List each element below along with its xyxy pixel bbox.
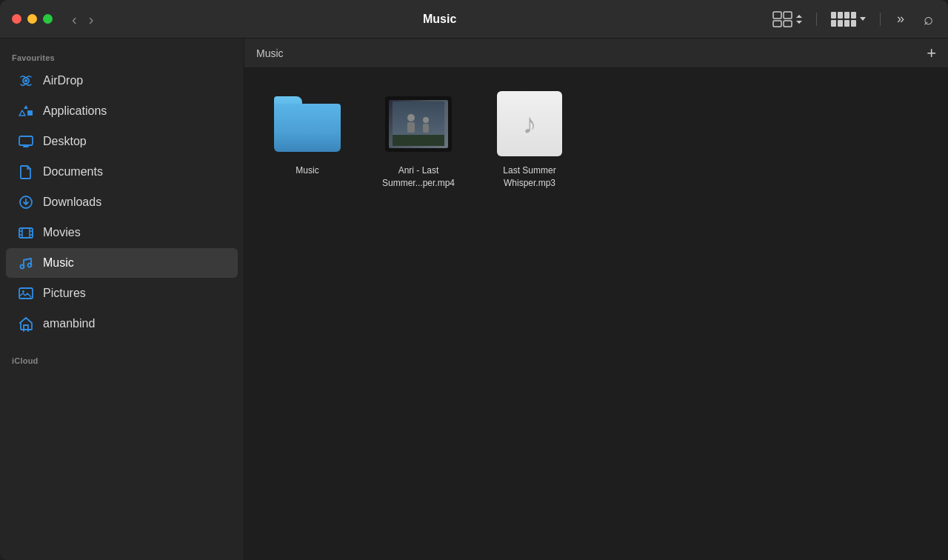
minimize-button[interactable] <box>27 14 37 24</box>
svg-rect-9 <box>838 20 843 27</box>
downloads-label: Downloads <box>43 196 101 209</box>
applications-icon <box>18 103 34 119</box>
music-label: Music <box>43 256 74 270</box>
icloud-label: iCloud <box>0 350 244 368</box>
content-body: Music <box>244 68 948 560</box>
video-thumb-inner <box>389 100 448 148</box>
svg-rect-1 <box>784 12 792 19</box>
content-header-title: Music <box>256 47 927 59</box>
window-title: Music <box>423 13 456 26</box>
svg-point-29 <box>22 290 24 293</box>
toolbar-divider-2 <box>880 13 881 26</box>
file-item-last-summer-mp3[interactable]: ♪ Last Summer Whisper.mp3 <box>489 90 570 190</box>
svg-rect-3 <box>784 21 792 27</box>
pictures-icon <box>18 285 34 301</box>
documents-icon <box>18 164 34 180</box>
more-button[interactable]: » <box>894 10 907 28</box>
svg-rect-10 <box>844 20 849 27</box>
downloads-icon <box>18 194 34 210</box>
airdrop-icon <box>18 73 34 89</box>
file-name-anri-video: Anri - Last Summer...per.mp4 <box>378 164 459 190</box>
close-button[interactable] <box>12 14 21 24</box>
file-item-anri-video[interactable]: Anri - Last Summer...per.mp4 <box>378 90 459 190</box>
content-header: Music + <box>244 39 948 68</box>
svg-point-13 <box>24 79 27 82</box>
svg-rect-6 <box>844 12 849 19</box>
sidebar-item-applications[interactable]: Applications <box>6 96 238 126</box>
svg-rect-5 <box>838 12 843 19</box>
title-center: Music <box>107 13 772 26</box>
sidebar-item-amanbind[interactable]: amanbind <box>6 309 238 339</box>
more-icon: » <box>897 11 904 26</box>
video-icon-wrapper <box>385 90 452 157</box>
main-layout: Favourites AirDrop <box>0 39 948 560</box>
svg-point-32 <box>407 114 415 121</box>
svg-rect-4 <box>831 12 836 19</box>
svg-rect-15 <box>19 136 33 145</box>
window-controls <box>12 14 53 24</box>
video-thumbnail <box>385 96 452 152</box>
search-button[interactable]: ⌕ <box>921 8 936 30</box>
amanbind-label: amanbind <box>43 317 95 330</box>
movies-icon <box>18 224 34 241</box>
favourites-label: Favourites <box>0 47 244 65</box>
content-area: Music + Music <box>244 39 948 560</box>
chevron-updown-icon <box>795 14 803 24</box>
folder-icon-wrapper <box>274 90 341 157</box>
video-content-icon <box>393 101 444 146</box>
audio-icon-wrapper: ♪ <box>496 90 563 157</box>
sidebar-item-airdrop[interactable]: AirDrop <box>6 66 238 96</box>
music-icon <box>18 255 34 271</box>
svg-point-26 <box>21 265 24 269</box>
title-bar: ‹ › Music <box>0 0 948 39</box>
sidebar-item-music[interactable]: Music <box>6 248 238 278</box>
pictures-label: Pictures <box>43 287 86 300</box>
maximize-button[interactable] <box>43 14 53 24</box>
music-note-icon: ♪ <box>523 108 537 140</box>
toolbar-divider <box>816 13 817 26</box>
file-name-last-summer: Last Summer Whisper.mp3 <box>489 164 570 190</box>
file-name-music-folder: Music <box>296 164 318 177</box>
chevron-down-icon <box>859 14 867 24</box>
airdrop-label: AirDrop <box>43 74 83 87</box>
svg-rect-0 <box>773 12 781 19</box>
svg-point-34 <box>423 117 429 123</box>
search-icon: ⌕ <box>924 10 933 28</box>
grid-icon <box>772 11 793 27</box>
desktop-label: Desktop <box>43 135 87 148</box>
desktop-icon <box>18 133 34 150</box>
toolbar-right: » ⌕ <box>772 8 936 30</box>
documents-label: Documents <box>43 165 103 179</box>
svg-rect-14 <box>27 110 33 116</box>
svg-rect-8 <box>831 20 836 27</box>
svg-rect-11 <box>851 20 856 27</box>
svg-rect-35 <box>423 124 429 133</box>
sidebar: Favourites AirDrop <box>0 39 244 560</box>
columns-icon <box>830 11 857 27</box>
svg-rect-19 <box>19 228 33 238</box>
svg-rect-31 <box>393 135 444 146</box>
applications-label: Applications <box>43 104 107 118</box>
add-button[interactable]: + <box>927 45 936 61</box>
grid-view-button[interactable] <box>772 11 803 27</box>
sidebar-item-movies[interactable]: Movies <box>6 218 238 247</box>
columns-view-button[interactable] <box>830 11 867 27</box>
sidebar-item-desktop[interactable]: Desktop <box>6 127 238 156</box>
forward-button[interactable]: › <box>84 10 99 28</box>
music-file-icon: ♪ <box>497 91 562 156</box>
nav-arrows: ‹ › <box>67 10 98 28</box>
sidebar-item-documents[interactable]: Documents <box>6 157 238 187</box>
folder-body <box>274 104 341 152</box>
home-icon <box>18 316 34 332</box>
svg-rect-7 <box>851 12 856 19</box>
svg-rect-2 <box>773 21 781 27</box>
file-item-music-folder[interactable]: Music <box>267 90 348 190</box>
sidebar-item-downloads[interactable]: Downloads <box>6 187 238 217</box>
back-button[interactable]: ‹ <box>67 10 81 28</box>
svg-rect-33 <box>407 122 415 133</box>
folder-icon <box>274 96 341 152</box>
sidebar-item-pictures[interactable]: Pictures <box>6 279 238 308</box>
movies-label: Movies <box>43 226 81 239</box>
svg-point-27 <box>28 264 32 267</box>
